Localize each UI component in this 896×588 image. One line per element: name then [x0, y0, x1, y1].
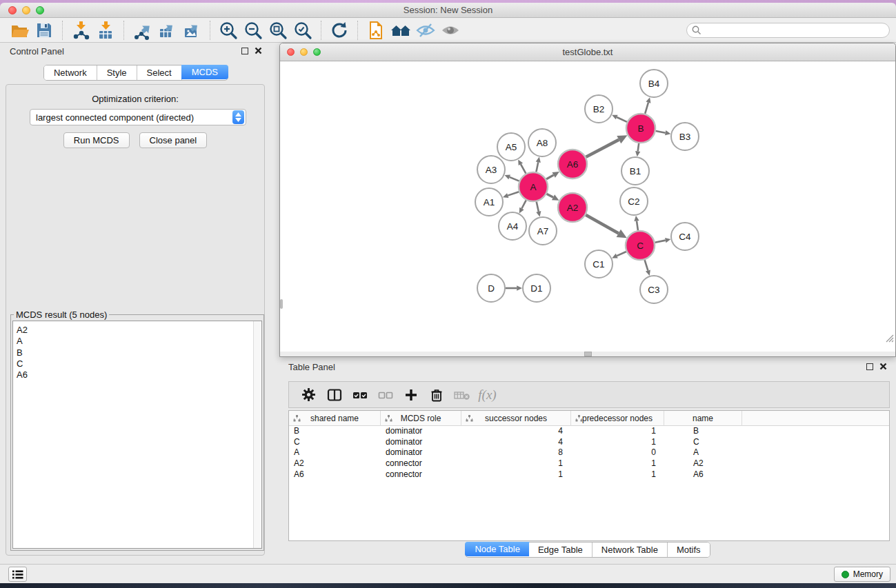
table-cell: 1: [461, 469, 571, 480]
table-row[interactable]: Adominator80A: [289, 447, 889, 458]
column-header-predecessor-nodes[interactable]: predecessor nodes: [571, 411, 664, 426]
column-header-label: shared name: [310, 414, 359, 423]
tab-mcds[interactable]: MCDS: [181, 65, 228, 79]
table-cell: 4: [461, 437, 571, 448]
search-input[interactable]: [686, 23, 890, 38]
tab-motifs[interactable]: Motifs: [668, 543, 710, 557]
table-row[interactable]: A6connector11A6: [289, 469, 889, 480]
graph-node-label: B3: [679, 132, 691, 142]
show-visual-eye-icon[interactable]: [438, 19, 463, 41]
network-close-icon[interactable]: [287, 48, 295, 56]
graph-node-label: A5: [506, 142, 517, 152]
deselect-all-checkboxes-icon[interactable]: [372, 385, 398, 405]
close-panel-button[interactable]: Close panel: [139, 132, 208, 148]
toolbar-separator: [62, 21, 63, 40]
float-table-panel-icon[interactable]: [866, 363, 873, 370]
result-scrollbar[interactable]: [253, 321, 261, 548]
tab-select[interactable]: Select: [137, 65, 182, 80]
refresh-icon[interactable]: [327, 19, 352, 41]
export-network-icon[interactable]: [130, 19, 155, 41]
network-canvas[interactable]: AA1A2A3A4A5A6A7A8BB1B2B3B4CC1C2C3C4DD1: [280, 61, 895, 352]
column-header-MCDS-role[interactable]: MCDS role: [381, 411, 461, 426]
graph-node-label: A8: [537, 138, 548, 148]
graph-node-label: C3: [648, 285, 659, 295]
mcds-result-item[interactable]: A: [13, 336, 261, 347]
zoom-out-icon[interactable]: [241, 19, 266, 41]
save-session-icon[interactable]: [32, 19, 57, 41]
toolbar-separator: [123, 21, 124, 40]
import-network-icon[interactable]: [68, 19, 93, 41]
status-bar: Memory: [0, 564, 896, 583]
column-header-name[interactable]: name: [664, 411, 742, 426]
table-row[interactable]: Cdominator41C: [289, 437, 889, 448]
task-history-button[interactable]: [8, 567, 27, 582]
graph-node-label: A7: [537, 226, 549, 236]
table-cell: connector: [381, 469, 461, 480]
graph-node-label: A: [530, 182, 536, 192]
network-hscroll-thumb[interactable]: [584, 352, 592, 356]
table-cell: 8: [461, 447, 571, 458]
table-header-row: shared nameMCDS rolesuccessor nodesprede…: [289, 411, 889, 426]
table-cell: dominator: [381, 426, 461, 437]
column-header-label: name: [693, 414, 713, 423]
export-image-icon[interactable]: [179, 19, 204, 41]
graph-node-label: C2: [628, 196, 639, 207]
table-cell: 1: [571, 458, 664, 469]
network-zoom-icon[interactable]: [313, 48, 321, 56]
graph-node-label: A6: [567, 159, 579, 170]
network-minimize-icon[interactable]: [300, 48, 308, 56]
tab-network[interactable]: Network: [44, 65, 97, 80]
run-mcds-button[interactable]: Run MCDS: [63, 132, 130, 148]
zoom-window-icon[interactable]: [36, 6, 44, 14]
resize-grip-icon[interactable]: [886, 333, 894, 345]
mcds-result-list[interactable]: A2ABCA6: [12, 321, 262, 549]
mcds-result-item[interactable]: C: [13, 358, 261, 369]
graph-node-label: B4: [648, 79, 660, 89]
table-cell: 4: [461, 426, 571, 437]
open-session-icon[interactable]: [7, 19, 32, 41]
optimization-criterion-select[interactable]: largest connected component (directed): [30, 109, 246, 125]
column-header-successor-nodes[interactable]: successor nodes: [461, 411, 571, 426]
toolbar-separator: [210, 21, 210, 40]
table-panel-title: Table Panel: [288, 362, 866, 372]
mcds-result-item[interactable]: A6: [13, 369, 261, 381]
tab-edge-table[interactable]: Edge Table: [529, 543, 593, 557]
close-table-panel-icon[interactable]: [879, 361, 887, 373]
mcds-result-item[interactable]: B: [13, 347, 261, 358]
table-options-gear-icon[interactable]: [296, 385, 321, 405]
network-window-titlebar[interactable]: testGlobe.txt: [280, 43, 895, 61]
table-cell: 1: [571, 469, 664, 480]
column-header-shared-name[interactable]: shared name: [289, 411, 381, 426]
table-row[interactable]: A2connector11A2: [289, 458, 889, 469]
tab-network-table[interactable]: Network Table: [593, 543, 668, 557]
delete-column-trash-icon[interactable]: [424, 385, 449, 405]
tab-style[interactable]: Style: [97, 65, 137, 80]
import-table-icon[interactable]: [93, 19, 118, 41]
open-network-file-icon[interactable]: [364, 19, 388, 41]
home-icon[interactable]: [388, 19, 413, 41]
table-cell: A2: [289, 458, 381, 469]
zoom-in-icon[interactable]: [216, 19, 241, 41]
close-window-icon[interactable]: [8, 6, 17, 14]
tab-node-table[interactable]: Node Table: [465, 542, 530, 556]
export-table-icon[interactable]: [155, 19, 179, 41]
hide-visual-eye-slash-icon[interactable]: [413, 19, 438, 41]
memory-button[interactable]: Memory: [834, 567, 890, 582]
table-cell: connector: [381, 458, 461, 469]
zoom-fit-icon[interactable]: [266, 19, 290, 41]
mcds-result-item[interactable]: A2: [13, 325, 261, 336]
minimize-window-icon[interactable]: [22, 6, 30, 14]
add-column-icon[interactable]: [398, 385, 424, 405]
select-all-checkboxes-icon[interactable]: [347, 385, 372, 405]
function-builder-icon: f(x): [475, 385, 500, 405]
mcds-panel: Optimization criterion: largest connecte…: [6, 84, 265, 556]
network-vertical-scrollbar[interactable]: [280, 299, 283, 309]
show-columns-icon[interactable]: [321, 385, 347, 405]
zoom-selected-icon[interactable]: [290, 19, 315, 41]
close-panel-icon[interactable]: [255, 45, 262, 57]
network-horizontal-scrollbar[interactable]: [280, 352, 895, 356]
app-titlebar: Session: New Session: [0, 3, 896, 18]
control-panel-title: Control Panel: [10, 46, 241, 57]
float-panel-icon[interactable]: [241, 48, 248, 54]
table-row[interactable]: Bdominator41B: [289, 426, 889, 437]
